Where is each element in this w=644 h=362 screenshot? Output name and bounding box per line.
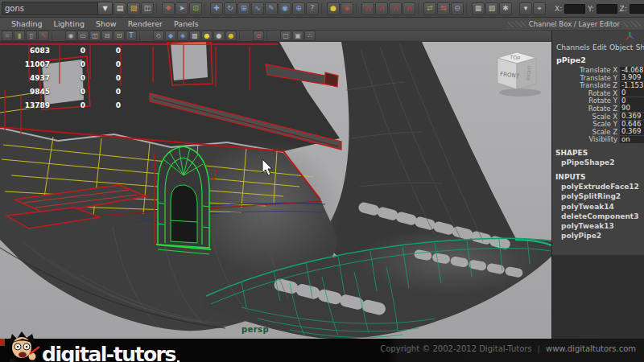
separator [266,31,278,41]
input-node-item[interactable]: deleteComponent3 [552,212,644,221]
mascot-icon [3,330,42,362]
snap-point-icon[interactable]: ∩ [389,2,402,15]
construction-history-icon[interactable]: ⊙ [451,2,464,15]
axis-snap-icons: ▾⌖ [519,2,546,15]
coordinate-input[interactable] [630,4,644,14]
lock-icon[interactable]: ● [327,2,340,15]
grid-toggle-icon[interactable]: ⌗ [2,31,13,41]
camera-attributes-icon[interactable]: ◉ [65,31,76,41]
lasso-tool-icon[interactable]: ∿ [251,2,264,15]
select-hierarchy-icon[interactable]: ❖ [162,2,175,15]
lights-selected-icon[interactable]: ● [213,31,225,41]
isolate-select-icon[interactable]: ⊙ [253,31,264,41]
menu-set-dropdown[interactable]: gons ▼ [2,2,113,15]
channel-attribute-value[interactable]: 0 [620,97,644,105]
channel-attribute-value[interactable]: 0.646 [620,121,644,128]
input-node-item[interactable]: polySplitRing2 [552,191,644,201]
shaded-mode-icon[interactable]: ◆ [165,31,176,41]
channel-attribute-row: Rotate Z 90 [552,105,644,113]
drag-handle-hatch [623,21,641,27]
image-plane-icon[interactable]: ▯ [26,31,37,41]
render-frame-icon[interactable]: ▦ [472,2,485,15]
film-gate-icon[interactable]: ▭ [77,31,89,41]
camera-bookmark-icon[interactable]: ▮ [14,31,25,41]
channel-box-title[interactable]: Channel Box / Layer Editor [529,20,620,28]
panel-menu-item[interactable]: Shading [11,19,43,28]
make-live-icon[interactable]: ◈ [341,2,353,15]
input-node-item[interactable]: polyPipe2 [552,231,644,241]
gate-mask-icon[interactable]: ⊟ [101,31,113,41]
checker-icon[interactable]: ▩ [189,31,200,41]
channel-attribute-value[interactable]: -4.068 [620,67,644,74]
channel-box-menu-item[interactable]: Channels [556,43,590,51]
channel-attribute-value[interactable]: 0.369 [620,113,644,120]
channel-box-menu-item[interactable]: Edit [592,43,606,51]
input-node-item[interactable]: polyTweak14 [552,202,644,212]
new-scene-icon[interactable]: ▤ [114,2,126,15]
panel-menu-item[interactable]: Renderer [128,19,163,28]
panel-menu-item[interactable]: Lighting [54,19,85,28]
perspective-viewport[interactable]: TOP FRONT RIGHT 6083 0 0 11007 0 0 [0,42,551,339]
coordinate-input[interactable] [597,4,617,14]
help-tool-icon[interactable]: ? [306,2,319,15]
channel-attribute-value[interactable]: 90 [620,105,644,112]
chevron-down-icon[interactable]: ▼ [97,2,112,14]
channel-attribute-value[interactable]: -1.153 [620,82,644,89]
channel-attribute-row: Scale X 0.369 [552,113,644,121]
open-scene-icon[interactable]: ▨ [127,2,140,15]
soft-mod-tool-icon[interactable]: ◉ [279,2,291,15]
input-node-item[interactable]: polyExtrudeFace12 [552,182,644,191]
shape-node-item[interactable]: pPipeShape2 [552,158,644,167]
snap-grid-icon[interactable]: ∩ [361,2,374,15]
save-scene-icon[interactable]: ◫ [141,2,154,15]
pencil-icon[interactable]: ✎ [38,31,49,41]
channel-attribute-value[interactable]: on [620,136,644,143]
inputs-list: polyExtrudeFace12polySplitRing2polyTweak… [552,182,644,241]
paint-select-tool-icon[interactable]: ✎ [265,2,278,15]
channel-attribute-value[interactable]: 0 [620,89,644,97]
panel-menubar: ShadingLightingShowRendererPanels Channe… [0,18,644,31]
snap-plane-icon[interactable]: ∩ [402,2,415,15]
input-connections-icon[interactable]: ⇄ [423,2,436,15]
show-manipulator-tool-icon[interactable]: ⊕ [292,2,305,15]
safe-action-icon[interactable]: ⊡ [114,31,125,41]
coordinate-entry: X: Y: Z: [555,4,644,14]
scale-tool-icon[interactable]: ⊞ [237,2,250,15]
backface-icon[interactable]: ▣ [292,31,303,41]
separator [139,31,151,41]
panel-menu-item[interactable]: Panels [174,19,199,28]
channel-box-menu-item[interactable]: Object [609,43,633,51]
output-connections-icon[interactable]: ⇆ [437,2,450,15]
select-component-icon[interactable]: ⊡ [189,2,202,15]
menu-set-dropdown-value: gons [2,4,97,13]
separate-icon[interactable]: ∴ [304,31,316,41]
selected-door-frame[interactable] [156,146,211,254]
render-settings-icon[interactable]: ✱ [499,2,512,15]
resolution-gate-icon[interactable]: ◫ [89,31,101,41]
lights-all-icon[interactable]: ● [201,31,213,41]
channel-attribute-value[interactable]: 3.909 [620,74,644,81]
input-node-item[interactable]: polyTweak13 [552,221,644,231]
snap-target-icon[interactable]: ⌖ [533,2,546,15]
copyright-text: Copyright © 2002-2012 Digital-Tutors | w… [380,344,636,353]
textured-mode-icon[interactable]: ◈ [177,31,188,41]
channel-attribute-row: Visibility on [552,135,644,143]
rotate-tool-icon[interactable]: ↻ [224,2,237,15]
xray-icon[interactable]: ▢ [280,31,291,41]
select-object-icon[interactable]: ➤ [175,2,188,15]
channel-box-menu-item[interactable]: Show [636,43,644,51]
coord-y-field: Y: [588,4,617,14]
selected-object-name[interactable]: pPipe2 [552,53,644,66]
coordinate-input[interactable] [564,4,585,14]
snap-curve-icon[interactable]: ∩ [375,2,388,15]
channel-attribute-row: Scale Z 0.369 [552,128,644,136]
safe-title-icon[interactable]: T [126,31,137,41]
wireframe-mode-icon[interactable]: ◇ [153,31,164,41]
channel-attribute-value[interactable]: 0.369 [620,128,644,135]
axis-dropdown-icon[interactable]: ▾ [519,2,532,15]
panel-menu-item[interactable]: Show [96,19,117,28]
shapes-header: SHAPES [552,143,644,158]
ipr-render-icon[interactable]: ▧ [485,2,498,15]
move-tool-icon[interactable]: ✚ [210,2,223,15]
lights-default-icon[interactable]: ● [225,31,237,41]
